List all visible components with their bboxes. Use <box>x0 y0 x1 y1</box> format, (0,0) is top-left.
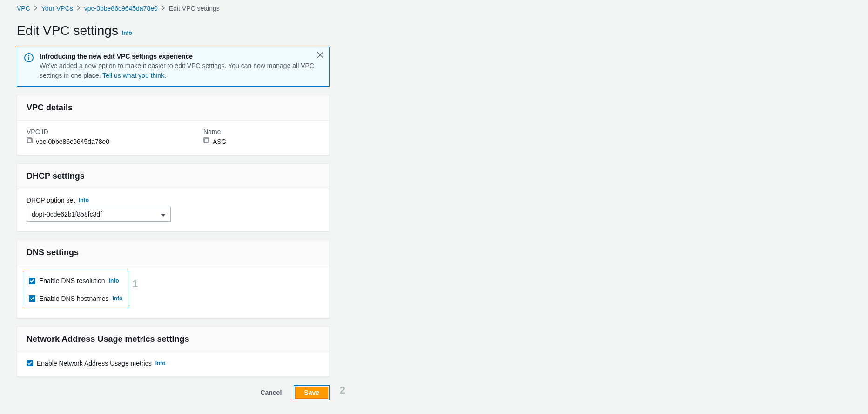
panel-dns-settings: DNS settings Enable DNS resolution Info … <box>17 240 330 318</box>
save-button-highlight: Save <box>294 385 330 400</box>
value-vpc-id: vpc-0bbe86c9645da78e0 <box>36 138 109 145</box>
breadcrumb-current: Edit VPC settings <box>169 5 220 12</box>
banner-text: We've added a new option to make it easi… <box>40 61 323 81</box>
page-title: Edit VPC settings <box>17 23 118 38</box>
checkbox-dns-resolution[interactable] <box>29 278 35 284</box>
info-icon <box>24 53 34 64</box>
annotation-1: 1 <box>132 278 138 290</box>
label-dns-hostnames: Enable DNS hostnames <box>39 295 108 302</box>
info-link-nau[interactable]: Info <box>155 360 166 366</box>
svg-rect-6 <box>204 138 208 142</box>
svg-rect-3 <box>28 139 32 143</box>
chevron-right-icon <box>161 5 165 12</box>
info-banner: Introducing the new edit VPC settings ex… <box>17 47 330 87</box>
svg-rect-2 <box>28 57 29 60</box>
banner-title: Introducing the new edit VPC settings ex… <box>40 53 323 60</box>
panel-nau-settings: Network Address Usage metrics settings E… <box>17 326 330 377</box>
select-value: dopt-0cde62b1f858fc3df <box>32 210 102 218</box>
banner-feedback-link[interactable]: Tell us what you think. <box>102 72 166 79</box>
caret-down-icon <box>161 210 166 218</box>
banner-body: We've added a new option to make it easi… <box>40 62 314 79</box>
annotation-2: 2 <box>340 384 345 396</box>
breadcrumb-your-vpcs[interactable]: Your VPCs <box>41 5 73 12</box>
save-button[interactable]: Save <box>295 387 328 399</box>
panel-vpc-details: VPC details VPC ID vpc-0bbe86c9645da78e0… <box>17 95 330 155</box>
dns-highlight-box: Enable DNS resolution Info Enable DNS ho… <box>24 271 129 308</box>
svg-rect-4 <box>27 138 31 142</box>
svg-point-1 <box>28 55 30 57</box>
actions-row: Cancel Save 2 <box>17 385 330 400</box>
select-dhcp-option-set[interactable]: dopt-0cde62b1f858fc3df <box>27 207 171 222</box>
breadcrumb-vpc-id[interactable]: vpc-0bbe86c9645da78e0 <box>84 5 158 12</box>
panel-header-nau: Network Address Usage metrics settings <box>17 327 329 352</box>
info-link-dns-hostnames[interactable]: Info <box>112 295 122 302</box>
label-name: Name <box>203 128 227 136</box>
panel-header-vpc-details: VPC details <box>17 95 329 121</box>
label-dns-resolution: Enable DNS resolution <box>39 277 105 285</box>
chevron-right-icon <box>34 5 38 12</box>
svg-rect-5 <box>205 139 209 143</box>
checkbox-dns-hostnames[interactable] <box>29 295 35 302</box>
panel-header-dhcp: DHCP settings <box>17 164 329 189</box>
breadcrumb-vpc[interactable]: VPC <box>17 5 30 12</box>
page-info-link[interactable]: Info <box>122 30 132 36</box>
chevron-right-icon <box>77 5 81 12</box>
label-dhcp-option-set: DHCP option set <box>27 197 75 204</box>
copy-icon[interactable] <box>27 137 33 145</box>
panel-dhcp-settings: DHCP settings DHCP option set Info dopt-… <box>17 163 330 231</box>
page-title-row: Edit VPC settings Info <box>17 23 851 38</box>
info-link-dns-resolution[interactable]: Info <box>109 278 119 284</box>
close-icon[interactable] <box>317 52 323 60</box>
copy-icon[interactable] <box>203 137 210 145</box>
breadcrumb: VPC Your VPCs vpc-0bbe86c9645da78e0 Edit… <box>17 5 851 12</box>
label-vpc-id: VPC ID <box>27 128 166 136</box>
value-name: ASG <box>213 138 227 145</box>
panel-header-dns: DNS settings <box>17 240 329 265</box>
cancel-button[interactable]: Cancel <box>256 386 286 399</box>
checkbox-nau-metrics[interactable] <box>27 360 33 366</box>
info-link-dhcp[interactable]: Info <box>79 197 89 204</box>
label-nau-metrics: Enable Network Address Usage metrics <box>37 360 152 367</box>
